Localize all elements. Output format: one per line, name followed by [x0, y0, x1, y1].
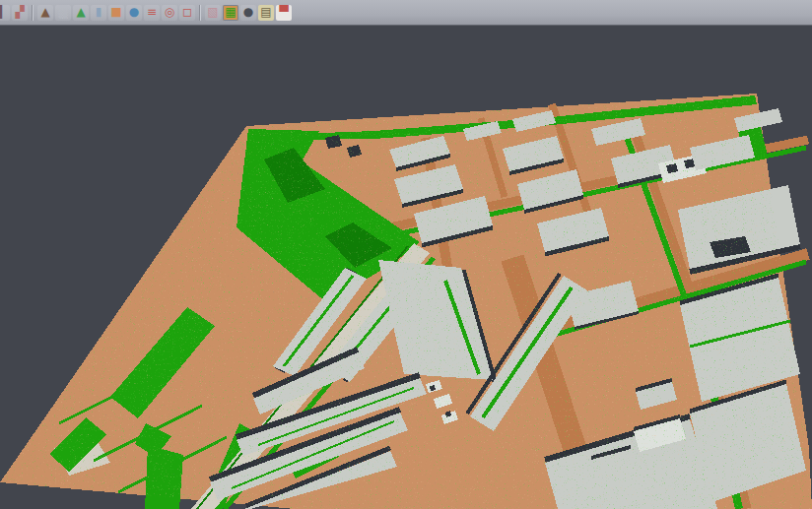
annotation-grid-icon-glyph: ▤ [258, 5, 274, 21]
flag-save-icon-glyph: ▀ [276, 5, 292, 21]
toolbar-separator [32, 5, 34, 21]
camera-snapshot-icon[interactable]: ● [240, 5, 256, 21]
app-window: ▌▞▲▒▲▮■●≡◎◻▧▦●▤▀ [0, 0, 812, 509]
clip-region-icon-glyph: ▧ [205, 5, 221, 21]
classification-view-icon-glyph: ▦ [223, 5, 238, 21]
camera-snapshot-icon-glyph: ● [240, 5, 256, 21]
toolbar-icons: ▌▞▲▒▲▮■●≡◎◻▧▦●▤▀ [1, 5, 293, 21]
measure-lines-icon-glyph: ≡ [144, 5, 160, 21]
clip-region-icon[interactable]: ▧ [205, 5, 221, 21]
viewport-3d[interactable] [0, 27, 812, 509]
flag-save-icon[interactable]: ▀ [276, 5, 292, 21]
selection-box-icon-glyph: ◻ [179, 5, 195, 21]
orthophoto-icon-glyph: ■ [108, 5, 124, 21]
open-file-icon-glyph: ▌ [0, 5, 10, 21]
profile-section-icon[interactable]: ▮ [91, 5, 106, 21]
point-cloud-icon[interactable]: ▒ [55, 5, 71, 21]
color-table-icon-glyph: ▞ [12, 5, 28, 21]
open-file-icon[interactable]: ▌ [0, 5, 10, 21]
toolbar-separator [199, 5, 201, 21]
globe-refresh-icon-glyph: ● [126, 5, 142, 21]
point-cloud-icon-glyph: ▒ [55, 5, 71, 21]
dem-surface-icon-glyph: ▲ [73, 5, 89, 21]
profile-section-icon-glyph: ▮ [91, 5, 106, 21]
dem-surface-icon[interactable]: ▲ [73, 5, 89, 21]
terrain-model-icon-glyph: ▲ [37, 5, 53, 21]
point-speckle-overlay [0, 27, 812, 509]
terrain-model-icon[interactable]: ▲ [37, 5, 53, 21]
target-circle-icon[interactable]: ◎ [162, 5, 177, 21]
annotation-grid-icon[interactable]: ▤ [258, 5, 274, 21]
selection-box-icon[interactable]: ◻ [179, 5, 195, 21]
measure-lines-icon[interactable]: ≡ [144, 5, 160, 21]
classification-view-icon[interactable]: ▦ [223, 5, 238, 21]
globe-refresh-icon[interactable]: ● [126, 5, 142, 21]
color-table-icon[interactable]: ▞ [12, 5, 28, 21]
point-cloud-scene [0, 27, 812, 509]
toolbar: ▌▞▲▒▲▮■●≡◎◻▧▦●▤▀ [0, 0, 812, 26]
target-circle-icon-glyph: ◎ [162, 5, 177, 21]
orthophoto-icon[interactable]: ■ [108, 5, 124, 21]
